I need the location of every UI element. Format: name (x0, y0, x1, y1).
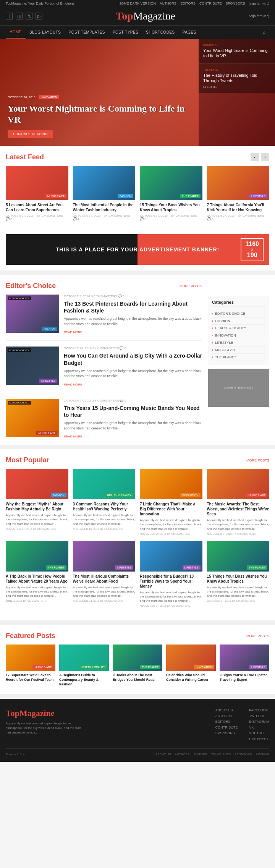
hero-tag: INNOVATION (39, 95, 60, 99)
top-bar: TopMagazine: Your Daily Portion of Emoti… (0, 0, 275, 7)
hero-sidebar-item-2[interactable]: THE PLANET The History of Travelling Tol… (199, 64, 275, 94)
popular-text-4: Apparently we had reached a great height… (207, 518, 270, 531)
footer-bottom-authors[interactable]: AUTHORS (175, 753, 190, 756)
feed-card-1[interactable]: MUSIC & ART 5 Lessons About Street Art Y… (6, 166, 68, 221)
footer-twitter-link[interactable]: TWITTER (249, 714, 269, 718)
contribute-link[interactable]: CONTRIBUTE (199, 2, 222, 5)
footer-authors-link[interactable]: AUTHORS (215, 714, 238, 718)
sponsors-link[interactable]: SPONSORS (225, 2, 245, 5)
nav-post-types[interactable]: POST TYPES (109, 26, 142, 38)
hero-cta-button[interactable]: CONTINUE READING (8, 130, 53, 138)
nav-pages[interactable]: PAGES (179, 26, 200, 38)
category-editors-choice[interactable]: EDITOR'S CHOICE (212, 310, 265, 317)
footer-vk-link[interactable]: VK (249, 725, 269, 729)
featured-card-2[interactable]: HEALTH & BEAUTY A Beginner's Guide to Co… (59, 645, 109, 687)
editor-card-1[interactable]: EDITOR'S CHOICE FASHION OCTOBER 9, 2016 … (6, 295, 202, 341)
feed-tag-4: LIFESTYLE (249, 194, 267, 198)
popular-card-5[interactable]: THE PLANET A Trip Back in Time: How Peop… (6, 541, 68, 607)
featured-more-posts-link[interactable]: MORE POSTS (246, 634, 269, 638)
featured-card-1[interactable]: MUSIC & ART 17 Superstars We'd Love to R… (6, 645, 55, 687)
footer-youtube-link[interactable]: YOUTUBE (249, 731, 269, 735)
featured-tag-5: LIFESTYLE (249, 665, 267, 669)
logo-bar: f ◫ 𝕏 ▷ TopMagazine lvyja.fam-in :) (0, 7, 275, 25)
hero-sidebar-item-1[interactable]: INNOVATION Your Worst Nightmare is Commi… (199, 39, 275, 64)
popular-card-8[interactable]: THE PLANET 15 Things Your Boss Wishes Yo… (207, 541, 270, 607)
footer-privacy: Privacy Policy (6, 753, 25, 756)
editor-badge-1: EDITOR'S CHOICE (8, 296, 31, 300)
latest-feed-nav: ‹ › (251, 153, 269, 161)
section-divider-1 (0, 270, 275, 275)
footer-bottom-archive[interactable]: ARCHIVE (256, 753, 269, 756)
category-fashion[interactable]: FASHION (212, 317, 265, 325)
popular-more-posts-link[interactable]: MORE POSTS (246, 458, 269, 462)
footer-bottom-editors[interactable]: EDITORS (194, 753, 207, 756)
editor-badge-2: EDITOR'S CHOICE (8, 348, 31, 352)
site-logo[interactable]: TopMagazine (116, 10, 175, 22)
popular-card-4[interactable]: MUSIC & ART The Music Awards: The Best, … (207, 469, 270, 535)
footer-bottom-sponsors[interactable]: SPONSORS (235, 753, 252, 756)
popular-tag-4: MUSIC & ART (246, 493, 267, 497)
popular-card-7[interactable]: LIFESTYLE Responsible for a Budget? 10 T… (140, 541, 202, 607)
latest-next-button[interactable]: › (261, 153, 269, 161)
footer-bottom-about[interactable]: ABOUT US (155, 753, 171, 756)
nav-post-templates[interactable]: POST TEMPLATES (65, 26, 109, 38)
popular-card-3[interactable]: INNOVATION 7 Little Changes That'll Make… (140, 469, 202, 535)
feed-card-4[interactable]: LIFESTYLE 7 Things About California You'… (207, 166, 270, 221)
footer-editors-link[interactable]: EDITORS (215, 720, 238, 724)
privacy-policy-link[interactable]: Privacy Policy (6, 753, 25, 756)
footer-logo-top: Top (6, 708, 19, 718)
editor-read-more-3[interactable]: READ MORE (64, 435, 82, 438)
editors-choice-wrap: Editor's Choice MORE POSTS EDITOR'S CHOI… (0, 275, 275, 445)
facebook-icon[interactable]: f (6, 13, 13, 19)
featured-img-5: LIFESTYLE (220, 645, 269, 671)
most-popular-section: Most Popular MORE POSTS FASHION Why the … (0, 449, 275, 620)
featured-card-5[interactable]: LIFESTYLE 9 Signs You're a True Hipster … (220, 645, 269, 687)
editor-read-more-2[interactable]: READ MORE (64, 383, 82, 386)
footer-facebook-link[interactable]: FACEBOOK (249, 708, 269, 712)
editors-more-posts-link[interactable]: MORE POSTS (180, 284, 202, 288)
instagram-icon[interactable]: ◫ (16, 13, 23, 19)
editors-choice-title: Editor's Choice (6, 282, 56, 290)
feed-card-img-4: LIFESTYLE (207, 166, 270, 200)
authors-link[interactable]: AUTHORS (160, 2, 176, 5)
category-the-planet[interactable]: THE PLANET (212, 354, 265, 361)
latest-prev-button[interactable]: ‹ (251, 153, 259, 161)
footer-logo-mag: Magazine (19, 708, 55, 718)
footer-contribute-link[interactable]: CONTRIBUTE (215, 725, 238, 729)
nav-shortcodes[interactable]: SHORTCODES (142, 26, 178, 38)
home-dark-link[interactable]: HOME DARK VERSION (119, 2, 156, 5)
category-health-beauty[interactable]: HEALTH & BEAUTY (212, 325, 265, 332)
featured-title-4: Celebrities Who Should Consider a Writin… (166, 673, 216, 682)
twitter-icon[interactable]: 𝕏 (26, 13, 32, 19)
search-icon[interactable]: ⌕ (259, 26, 269, 39)
editor-card-2[interactable]: EDITOR'S CHOICE LIFESTYLE OCTOBER 26, 20… (6, 347, 202, 393)
footer-about-link[interactable]: ABOUT US (215, 708, 238, 712)
youtube-icon[interactable]: ▷ (36, 13, 42, 19)
featured-card-4[interactable]: INNOVATION Celebrities Who Should Consid… (166, 645, 216, 687)
popular-card-2[interactable]: HEALTH & BEAUTY 3 Common Reasons Why You… (73, 469, 136, 535)
popular-grid-row2: THE PLANET A Trip Back in Time: How Peop… (6, 541, 269, 607)
nav-blog-layouts[interactable]: BLOG LAYOUTS (26, 26, 65, 38)
editors-link[interactable]: EDITORS (180, 2, 196, 5)
editor-card-3[interactable]: EDITOR'S CHOICE MUSIC & ART OCTOBER 27, … (6, 399, 202, 445)
footer-logo[interactable]: TopMagazine (6, 708, 82, 718)
category-lifestyle[interactable]: LIFESTYLE (212, 339, 265, 347)
editor-read-more-1[interactable]: READ MORE (64, 330, 82, 334)
editors-sidebar: Categories EDITOR'S CHOICE FASHION HEALT… (208, 275, 269, 445)
feed-card-2[interactable]: FASHION The Most Influential People in t… (73, 166, 136, 221)
feed-card-3[interactable]: THE PLANET 15 Things Your Boss Wishes Yo… (140, 166, 202, 221)
nav-home[interactable]: HOME (6, 26, 26, 39)
popular-card-1[interactable]: FASHION Why the Biggest "Myths" About Fa… (6, 469, 68, 535)
category-innovation[interactable]: INNOVATION (212, 332, 265, 339)
footer-bottom-contribute[interactable]: CONTRIBUTE (211, 753, 231, 756)
latest-feed-header: Latest Feed ‹ › (0, 146, 275, 166)
footer-pinterest-link[interactable]: PINTEREST (249, 737, 269, 741)
footer-sponsors-link[interactable]: SPONSORS (215, 731, 238, 735)
popular-title-7: Responsible for a Budget? 10 Terrible Wa… (140, 574, 202, 589)
popular-title-8: 15 Things Your Boss Wishes You Knew Abou… (207, 574, 270, 584)
featured-card-3[interactable]: THE PLANET 9 Books About The Best Bridge… (113, 645, 162, 687)
footer-instagram-link[interactable]: INSTAGRAM (249, 720, 269, 724)
popular-card-6[interactable]: LIFESTYLE The Most Hilarious Complaints … (73, 541, 136, 607)
editor-card-content-2: OCTOBER 26, 2016 BY CMSMASTERS 💬 0 How Y… (64, 347, 202, 387)
category-music-art[interactable]: MUSIC & ART (212, 347, 265, 354)
